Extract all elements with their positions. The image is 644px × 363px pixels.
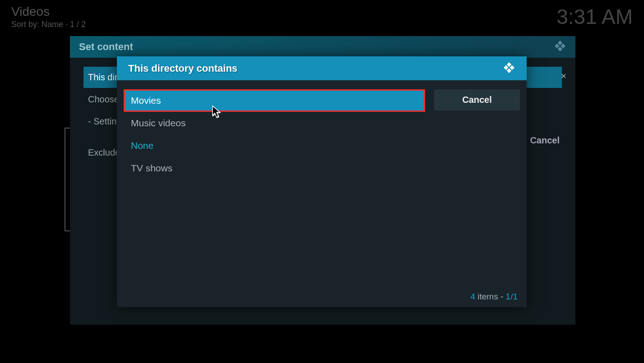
close-icon[interactable]: × <box>561 70 566 82</box>
content-type-list: Movies Music videos None TV shows <box>124 89 425 307</box>
clock: 3:31 AM <box>556 5 633 29</box>
svg-rect-6 <box>504 65 508 69</box>
outer-dialog-title: Set content <box>79 41 133 53</box>
kodi-logo-icon <box>554 40 566 54</box>
cancel-button[interactable]: Cancel <box>434 89 520 110</box>
svg-rect-4 <box>507 62 511 67</box>
kodi-logo-icon <box>503 61 515 76</box>
list-item-music-videos[interactable]: Music videos <box>124 112 425 134</box>
item-count-status: 4 items - 1/1 <box>470 292 518 302</box>
list-item-tv-shows[interactable]: TV shows <box>124 157 425 179</box>
status-page: 1/1 <box>506 292 518 301</box>
grouping-bracket <box>65 128 70 231</box>
svg-rect-0 <box>558 41 562 45</box>
outer-dialog-header: Set content <box>70 36 575 58</box>
svg-rect-3 <box>558 47 562 51</box>
svg-rect-5 <box>510 65 514 69</box>
svg-rect-2 <box>555 44 559 48</box>
inner-dialog-header: This directory contains <box>117 56 527 80</box>
list-item-movies[interactable]: Movies <box>124 89 425 112</box>
list-item-none[interactable]: None <box>124 134 425 157</box>
directory-contains-dialog: This directory contains Movies Music vid… <box>117 56 527 307</box>
outer-cancel-button[interactable]: Cancel <box>530 135 560 146</box>
status-items-word: items - <box>475 292 506 301</box>
svg-rect-1 <box>561 44 565 48</box>
sort-indicator: Sort by: Name · 1 / 2 <box>11 20 86 29</box>
page-section-title: Videos <box>11 5 86 19</box>
svg-rect-7 <box>507 68 511 73</box>
inner-dialog-title: This directory contains <box>128 63 237 74</box>
background-header: Videos Sort by: Name · 1 / 2 3:31 AM <box>11 5 633 29</box>
status-count: 4 <box>470 292 475 301</box>
